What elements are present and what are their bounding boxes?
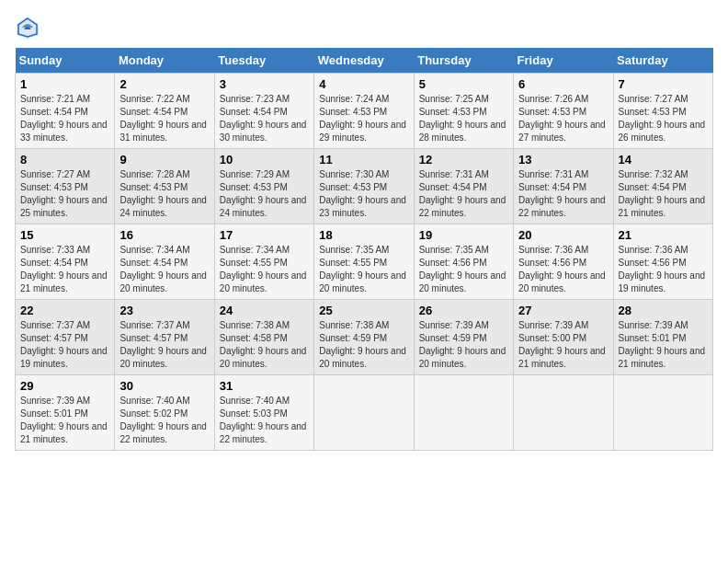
calendar-cell: 22 Sunrise: 7:37 AM Sunset: 4:57 PM Dayl… <box>16 300 115 375</box>
day-info: Sunrise: 7:30 AM Sunset: 4:53 PM Dayligh… <box>319 168 408 220</box>
sunset-text: Sunset: 4:53 PM <box>220 182 288 192</box>
sunset-text: Sunset: 5:03 PM <box>220 408 288 419</box>
sunrise-text: Sunrise: 7:26 AM <box>518 94 588 104</box>
sunset-text: Sunset: 4:56 PM <box>619 258 687 268</box>
calendar-cell: 3 Sunrise: 7:23 AM Sunset: 4:54 PM Dayli… <box>214 74 313 149</box>
sunset-text: Sunset: 4:59 PM <box>419 333 487 343</box>
sunset-text: Sunset: 4:53 PM <box>518 107 586 117</box>
sunrise-text: Sunrise: 7:30 AM <box>319 169 389 179</box>
weekday-header-tuesday: Tuesday <box>214 48 313 74</box>
day-number: 15 <box>20 228 109 242</box>
day-number: 4 <box>319 77 408 91</box>
sunrise-text: Sunrise: 7:38 AM <box>220 320 290 330</box>
sunrise-text: Sunrise: 7:21 AM <box>20 94 90 104</box>
day-number: 30 <box>119 379 209 393</box>
sunset-text: Sunset: 4:53 PM <box>419 107 487 117</box>
day-info: Sunrise: 7:32 AM Sunset: 4:54 PM Dayligh… <box>619 168 708 220</box>
sunrise-text: Sunrise: 7:25 AM <box>419 94 489 104</box>
sunrise-text: Sunrise: 7:22 AM <box>119 94 189 104</box>
daylight-text: Daylight: 9 hours and 20 minutes. <box>319 346 406 369</box>
daylight-text: Daylight: 9 hours and 19 minutes. <box>20 346 108 369</box>
day-number: 20 <box>518 228 608 242</box>
day-number: 23 <box>119 304 209 317</box>
daylight-text: Daylight: 9 hours and 22 minutes. <box>419 195 506 218</box>
day-info: Sunrise: 7:39 AM Sunset: 5:00 PM Dayligh… <box>518 319 608 371</box>
day-number: 19 <box>419 228 508 242</box>
day-info: Sunrise: 7:21 AM Sunset: 4:54 PM Dayligh… <box>20 93 109 144</box>
week-row-3: 15 Sunrise: 7:33 AM Sunset: 4:54 PM Dayl… <box>16 224 713 300</box>
day-number: 26 <box>419 304 508 317</box>
sunrise-text: Sunrise: 7:32 AM <box>619 169 688 179</box>
day-info: Sunrise: 7:28 AM Sunset: 4:53 PM Dayligh… <box>119 168 209 220</box>
sunrise-text: Sunrise: 7:35 AM <box>319 245 389 255</box>
sunrise-text: Sunrise: 7:36 AM <box>619 245 688 255</box>
day-info: Sunrise: 7:23 AM Sunset: 4:54 PM Dayligh… <box>220 93 309 144</box>
day-number: 22 <box>20 304 109 317</box>
day-number: 6 <box>518 77 608 91</box>
sunrise-text: Sunrise: 7:27 AM <box>619 94 688 104</box>
day-info: Sunrise: 7:22 AM Sunset: 4:54 PM Dayligh… <box>119 93 209 144</box>
calendar-cell: 9 Sunrise: 7:28 AM Sunset: 4:53 PM Dayli… <box>115 149 214 224</box>
day-info: Sunrise: 7:40 AM Sunset: 5:03 PM Dayligh… <box>220 395 309 446</box>
sunset-text: Sunset: 4:55 PM <box>319 258 387 268</box>
sunrise-text: Sunrise: 7:37 AM <box>20 320 90 330</box>
calendar-cell: 15 Sunrise: 7:33 AM Sunset: 4:54 PM Dayl… <box>16 224 115 300</box>
calendar-table: SundayMondayTuesdayWednesdayThursdayFrid… <box>15 48 713 451</box>
weekday-header-thursday: Thursday <box>414 48 513 74</box>
calendar-cell: 24 Sunrise: 7:38 AM Sunset: 4:58 PM Dayl… <box>214 300 313 375</box>
day-info: Sunrise: 7:25 AM Sunset: 4:53 PM Dayligh… <box>419 93 508 144</box>
calendar-cell: 30 Sunrise: 7:40 AM Sunset: 5:02 PM Dayl… <box>115 375 214 451</box>
calendar-cell: 16 Sunrise: 7:34 AM Sunset: 4:54 PM Dayl… <box>115 224 214 300</box>
day-info: Sunrise: 7:29 AM Sunset: 4:53 PM Dayligh… <box>220 168 309 220</box>
logo <box>15 15 44 40</box>
day-info: Sunrise: 7:40 AM Sunset: 5:02 PM Dayligh… <box>119 395 209 446</box>
daylight-text: Daylight: 9 hours and 24 minutes. <box>220 195 307 218</box>
day-number: 7 <box>619 77 708 91</box>
day-number: 17 <box>220 228 309 242</box>
day-info: Sunrise: 7:39 AM Sunset: 5:01 PM Dayligh… <box>20 395 109 446</box>
day-info: Sunrise: 7:37 AM Sunset: 4:57 PM Dayligh… <box>20 319 109 371</box>
week-row-4: 22 Sunrise: 7:37 AM Sunset: 4:57 PM Dayl… <box>16 300 713 375</box>
day-number: 13 <box>518 153 608 167</box>
daylight-text: Daylight: 9 hours and 20 minutes. <box>518 270 606 293</box>
daylight-text: Daylight: 9 hours and 22 minutes. <box>220 421 307 444</box>
daylight-text: Daylight: 9 hours and 20 minutes. <box>419 346 506 369</box>
calendar-cell <box>314 375 414 451</box>
sunset-text: Sunset: 4:53 PM <box>119 182 188 192</box>
sunrise-text: Sunrise: 7:31 AM <box>518 169 588 179</box>
sunrise-text: Sunrise: 7:35 AM <box>419 245 489 255</box>
sunrise-text: Sunrise: 7:34 AM <box>119 245 189 255</box>
sunset-text: Sunset: 4:53 PM <box>20 182 88 192</box>
sunrise-text: Sunrise: 7:39 AM <box>419 320 489 330</box>
weekday-header-friday: Friday <box>514 48 613 74</box>
day-number: 3 <box>220 77 309 91</box>
calendar-cell: 29 Sunrise: 7:39 AM Sunset: 5:01 PM Dayl… <box>16 375 115 451</box>
sunrise-text: Sunrise: 7:38 AM <box>319 320 389 330</box>
day-info: Sunrise: 7:31 AM Sunset: 4:54 PM Dayligh… <box>419 168 508 220</box>
calendar-cell <box>414 375 513 451</box>
daylight-text: Daylight: 9 hours and 22 minutes. <box>518 195 606 218</box>
daylight-text: Daylight: 9 hours and 21 minutes. <box>619 195 706 218</box>
day-number: 24 <box>220 304 309 317</box>
day-number: 29 <box>20 379 109 393</box>
calendar-cell: 25 Sunrise: 7:38 AM Sunset: 4:59 PM Dayl… <box>314 300 414 375</box>
sunset-text: Sunset: 4:53 PM <box>619 107 687 117</box>
day-number: 14 <box>619 153 708 167</box>
calendar-cell: 13 Sunrise: 7:31 AM Sunset: 4:54 PM Dayl… <box>514 149 613 224</box>
sunrise-text: Sunrise: 7:27 AM <box>20 169 90 179</box>
day-info: Sunrise: 7:35 AM Sunset: 4:56 PM Dayligh… <box>419 244 508 295</box>
daylight-text: Daylight: 9 hours and 30 minutes. <box>220 120 307 143</box>
calendar-cell: 7 Sunrise: 7:27 AM Sunset: 4:53 PM Dayli… <box>613 74 712 149</box>
sunset-text: Sunset: 4:54 PM <box>619 182 687 192</box>
daylight-text: Daylight: 9 hours and 33 minutes. <box>20 120 108 143</box>
sunset-text: Sunset: 5:01 PM <box>619 333 687 343</box>
weekday-header-row: SundayMondayTuesdayWednesdayThursdayFrid… <box>16 48 713 74</box>
calendar-cell <box>514 375 613 451</box>
weekday-header-saturday: Saturday <box>613 48 712 74</box>
daylight-text: Daylight: 9 hours and 20 minutes. <box>119 270 207 293</box>
daylight-text: Daylight: 9 hours and 19 minutes. <box>619 270 706 293</box>
weekday-header-monday: Monday <box>115 48 214 74</box>
day-number: 2 <box>119 77 209 91</box>
calendar-cell: 6 Sunrise: 7:26 AM Sunset: 4:53 PM Dayli… <box>514 74 613 149</box>
sunset-text: Sunset: 4:53 PM <box>319 182 387 192</box>
